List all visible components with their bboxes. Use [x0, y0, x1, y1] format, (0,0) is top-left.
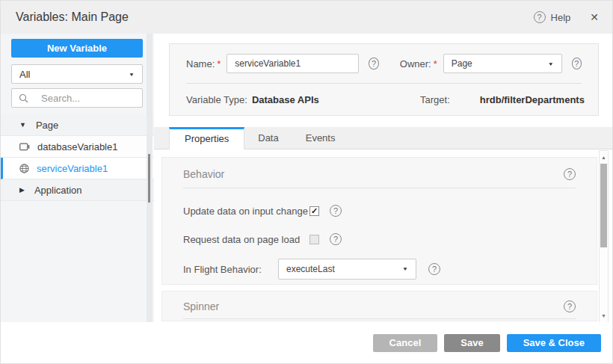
search-input[interactable]: [41, 93, 142, 104]
spinner-help-icon[interactable]: ?: [564, 300, 576, 312]
update-data-label: Update data on input change: [183, 206, 309, 217]
behavior-section-title: Behavior: [183, 168, 224, 180]
dialog-header: Variables: Main Page ? Help ✕: [1, 1, 613, 34]
dialog-footer: Cancel Save Save & Close: [1, 322, 613, 363]
detail-tabs: Properties Data Events: [154, 127, 613, 149]
owner-help-icon[interactable]: ?: [572, 58, 582, 70]
search-icon: [19, 93, 28, 103]
filter-selected-value: All: [19, 69, 30, 80]
owner-selected-value: Page: [452, 58, 472, 69]
tree-item-databaseVariable1[interactable]: databaseVariable1: [1, 136, 154, 158]
scrollbar-thumb[interactable]: [600, 164, 607, 247]
request-data-row: Request data on page load ✓ ?: [183, 233, 576, 245]
update-data-help-icon[interactable]: ?: [330, 205, 342, 217]
tree-group-application[interactable]: ▶ Application: [1, 179, 154, 201]
variable-summary-panel: Name: * ? Owner: * Page ▼ ? Variable Typ…: [169, 43, 599, 116]
in-flight-selected-value: executeLast: [286, 264, 335, 274]
variable-type-value: Database APIs: [252, 94, 319, 105]
behavior-divider: [183, 188, 576, 188]
variable-detail-panel: Name: * ? Owner: * Page ▼ ? Variable Typ…: [154, 34, 613, 324]
tree-group-label: Application: [34, 185, 82, 196]
request-data-checkbox[interactable]: ✓: [309, 235, 319, 244]
name-owner-row: Name: * ? Owner: * Page ▼ ?: [186, 44, 582, 73]
save-button[interactable]: Save: [444, 334, 499, 352]
variables-dialog: Variables: Main Page ? Help ✕ New Variab…: [0, 0, 613, 364]
properties-scroll-area: Behavior ? Update data on input change ✓…: [154, 149, 613, 324]
spinner-section: Spinner ?: [161, 291, 597, 321]
page-title: Variables: Main Page: [16, 10, 129, 24]
cancel-button[interactable]: Cancel: [373, 334, 438, 352]
in-flight-help-icon[interactable]: ?: [428, 263, 440, 275]
save-and-close-button[interactable]: Save & Close: [507, 334, 601, 352]
variable-type-label: Variable Type:: [186, 94, 247, 105]
check-icon: ✓: [311, 207, 318, 215]
close-icon[interactable]: ✕: [590, 11, 599, 23]
sidebar-scrollbar[interactable]: [147, 34, 153, 323]
help-icon[interactable]: ?: [534, 11, 546, 23]
tab-properties[interactable]: Properties: [169, 127, 244, 149]
owner-label: Owner:: [400, 58, 431, 70]
spinner-divider: [183, 318, 576, 319]
chevron-down-icon: ▼: [402, 266, 408, 271]
tab-data[interactable]: Data: [244, 127, 292, 149]
scroll-down-icon[interactable]: ▼: [600, 313, 608, 318]
caret-right-icon: ▶: [19, 186, 25, 194]
service-icon: [19, 164, 29, 173]
tree-item-label: databaseVariable1: [37, 141, 117, 152]
behavior-section-header: Behavior ?: [183, 158, 576, 180]
tree-group-label: Page: [36, 120, 58, 131]
in-flight-row: In Flight Behavior: executeLast ▼ ?: [183, 259, 576, 280]
in-flight-select[interactable]: executeLast ▼: [278, 259, 416, 280]
type-target-row: Variable Type: Database APIs Target: hrd…: [186, 84, 582, 105]
caret-down-icon: ▼: [19, 121, 26, 129]
tree-item-label: serviceVariable1: [37, 163, 108, 174]
update-data-checkbox[interactable]: ✓: [309, 206, 319, 216]
tree-item-serviceVariable1[interactable]: serviceVariable1: [1, 158, 154, 179]
chevron-down-icon: ▼: [129, 71, 135, 76]
header-actions: ? Help ✕: [534, 11, 599, 23]
sidebar-scrollbar-thumb[interactable]: [148, 154, 150, 203]
variable-type-field: Variable Type: Database APIs: [186, 94, 420, 105]
variable-filter-select[interactable]: All ▼: [11, 64, 143, 84]
chevron-down-icon: ▼: [548, 61, 554, 66]
request-data-help-icon[interactable]: ?: [330, 233, 342, 245]
target-label: Target:: [420, 94, 450, 105]
name-help-icon[interactable]: ?: [369, 58, 378, 70]
tab-events[interactable]: Events: [292, 127, 349, 149]
owner-select[interactable]: Page ▼: [443, 54, 562, 73]
update-data-row: Update data on input change ✓ ?: [183, 205, 576, 217]
variables-tree: ▼ Page databaseVariable1 serviceVariable…: [1, 114, 154, 201]
target-value: hrdb/filterDepartments: [480, 94, 585, 105]
scroll-up-icon[interactable]: ▲: [600, 155, 608, 160]
behavior-section: Behavior ? Update data on input change ✓…: [161, 157, 597, 285]
new-variable-button[interactable]: New Variable: [11, 39, 143, 58]
name-input[interactable]: [227, 54, 359, 73]
in-flight-label: In Flight Behavior:: [183, 264, 278, 275]
request-data-label: Request data on page load: [183, 234, 309, 245]
variables-sidebar: New Variable All ▼ ▼ Page databaseVariab…: [1, 34, 154, 324]
help-link[interactable]: Help: [551, 12, 571, 23]
spinner-section-header: Spinner ?: [183, 291, 576, 312]
behavior-help-icon[interactable]: ?: [564, 168, 576, 180]
required-asterisk: *: [434, 58, 437, 70]
variable-search-box[interactable]: [11, 88, 143, 108]
tree-group-page[interactable]: ▼ Page: [1, 114, 154, 136]
spinner-section-title: Spinner: [183, 300, 219, 312]
database-icon: [19, 143, 30, 151]
name-label: Name:: [186, 58, 215, 70]
properties-scrollbar[interactable]: ▲ ▼: [599, 150, 609, 323]
required-asterisk: *: [217, 58, 221, 70]
